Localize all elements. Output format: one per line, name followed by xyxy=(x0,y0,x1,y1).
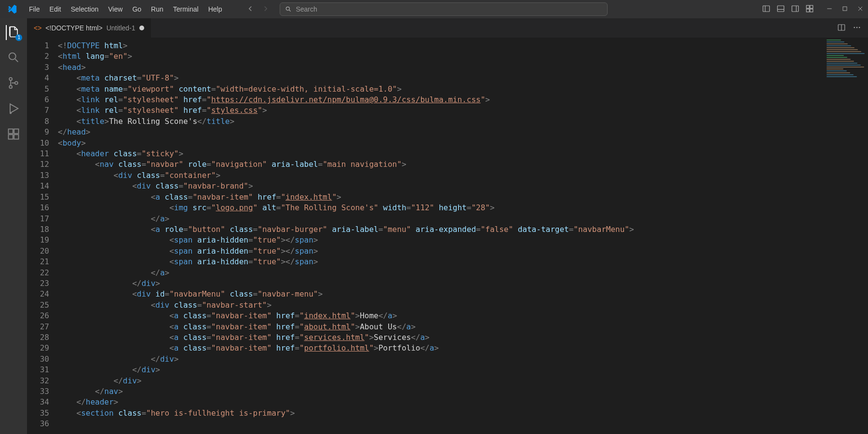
menu-go[interactable]: Go xyxy=(127,0,146,18)
svg-point-19 xyxy=(854,27,855,28)
code-editor[interactable]: <!DOCTYPE html><html lang="en"><head> <m… xyxy=(58,38,820,434)
svg-point-11 xyxy=(9,85,12,88)
activity-bar xyxy=(0,18,27,434)
title-bar: FileEditSelectionViewGoRunTerminalHelp S… xyxy=(0,0,868,18)
editor-tabs: <> <!DOCTYPE html> Untitled-1 xyxy=(27,18,868,38)
source-control-icon[interactable] xyxy=(7,76,20,91)
svg-rect-15 xyxy=(9,135,13,139)
nav-forward-icon[interactable] xyxy=(261,4,270,14)
tab-filename-label: Untitled-1 xyxy=(107,24,136,32)
svg-point-10 xyxy=(9,78,12,81)
close-icon[interactable] xyxy=(856,5,864,14)
search-placeholder: Search xyxy=(296,5,317,13)
svg-point-9 xyxy=(9,53,16,60)
nav-buttons xyxy=(246,4,270,14)
maximize-icon[interactable] xyxy=(841,5,849,14)
svg-rect-8 xyxy=(843,7,847,11)
svg-rect-7 xyxy=(810,9,813,12)
window-controls xyxy=(826,5,868,14)
toggle-panel-icon[interactable] xyxy=(776,4,785,14)
menu-selection[interactable]: Selection xyxy=(66,0,104,18)
svg-rect-5 xyxy=(810,5,813,8)
menu-edit[interactable]: Edit xyxy=(45,0,66,18)
svg-rect-1 xyxy=(763,6,770,12)
svg-rect-14 xyxy=(9,129,13,134)
menu-terminal[interactable]: Terminal xyxy=(168,0,203,18)
nav-back-icon[interactable] xyxy=(246,4,255,14)
customize-layout-icon[interactable] xyxy=(805,4,814,14)
toggle-sidebar-icon[interactable] xyxy=(762,4,771,14)
search-input[interactable]: Search xyxy=(280,2,608,16)
vscode-logo-icon xyxy=(0,4,24,14)
run-debug-icon[interactable] xyxy=(7,102,20,117)
minimap[interactable] xyxy=(820,38,868,434)
menu-file[interactable]: File xyxy=(24,0,45,18)
svg-rect-17 xyxy=(14,129,18,134)
svg-rect-16 xyxy=(14,135,18,139)
svg-rect-6 xyxy=(806,9,809,12)
svg-point-12 xyxy=(15,81,18,84)
svg-rect-2 xyxy=(777,6,784,12)
svg-point-0 xyxy=(286,7,290,10)
menu-run[interactable]: Run xyxy=(146,0,168,18)
svg-point-13 xyxy=(10,112,11,113)
tab-doctype-label: <!DOCTYPE html> xyxy=(45,24,102,32)
unsaved-dot-icon xyxy=(139,26,144,30)
search-sidebar-icon[interactable] xyxy=(7,51,20,66)
more-actions-icon[interactable] xyxy=(853,23,861,33)
html-file-icon: <> xyxy=(34,24,41,32)
search-icon xyxy=(285,6,292,13)
svg-point-20 xyxy=(856,27,858,28)
tab-untitled-1[interactable]: <> <!DOCTYPE html> Untitled-1 xyxy=(27,18,151,38)
layout-controls xyxy=(762,4,814,14)
svg-point-21 xyxy=(859,27,860,28)
extensions-icon[interactable] xyxy=(7,127,20,142)
toggle-secondary-sidebar-icon[interactable] xyxy=(791,4,800,14)
svg-rect-4 xyxy=(806,5,809,8)
svg-rect-3 xyxy=(792,6,799,12)
minimize-icon[interactable] xyxy=(826,5,833,14)
explorer-icon[interactable] xyxy=(6,25,20,40)
line-number-gutter: 1234567891011121314151617181920212223242… xyxy=(27,38,58,434)
menu-bar: FileEditSelectionViewGoRunTerminalHelp xyxy=(24,0,227,18)
split-editor-icon[interactable] xyxy=(837,23,846,33)
editor-area: <> <!DOCTYPE html> Untitled-1 1234567891… xyxy=(27,18,868,434)
menu-help[interactable]: Help xyxy=(203,0,227,18)
menu-view[interactable]: View xyxy=(103,0,127,18)
